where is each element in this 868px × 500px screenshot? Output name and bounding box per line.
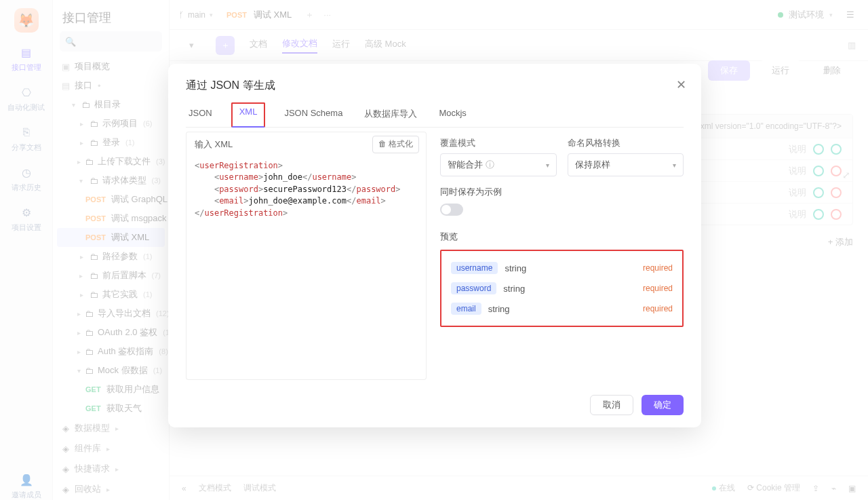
preview-row: usernamestringrequired xyxy=(451,258,673,278)
field-type: string xyxy=(488,304,510,314)
modal-tab-json-schema[interactable]: JSON Schema xyxy=(281,102,345,127)
info-icon: ⓘ xyxy=(486,159,494,171)
modal-tab-从数据库导入[interactable]: 从数据库导入 xyxy=(361,102,420,127)
naming-select[interactable]: 保持原样▾ xyxy=(568,153,684,176)
cancel-button[interactable]: 取消 xyxy=(590,395,633,415)
field-type: string xyxy=(503,284,525,294)
modal-tab-mockjs[interactable]: Mockjs xyxy=(436,102,469,127)
format-icon: 🗑 xyxy=(378,139,387,149)
preview-row: passwordstringrequired xyxy=(451,278,673,299)
modal-title: 通过 JSON 等生成 xyxy=(186,79,684,93)
field-chip: username xyxy=(451,262,498,274)
close-icon[interactable]: ✕ xyxy=(676,77,686,92)
required-badge: required xyxy=(643,263,673,273)
cover-mode-select[interactable]: 智能合并ⓘ▾ xyxy=(440,153,557,176)
modal-tab-xml[interactable]: XML xyxy=(231,102,266,128)
cover-mode-label: 覆盖模式 xyxy=(440,137,557,149)
required-badge: required xyxy=(643,304,673,313)
field-type: string xyxy=(505,263,526,273)
ok-button[interactable]: 确定 xyxy=(642,395,684,415)
naming-label: 命名风格转换 xyxy=(568,137,684,149)
xml-input[interactable]: <userRegistration> <username>john_doe</u… xyxy=(186,156,427,380)
preview-label: 预览 xyxy=(440,231,684,243)
save-example-toggle[interactable] xyxy=(440,204,463,216)
field-chip: password xyxy=(451,282,496,294)
modal-tab-json[interactable]: JSON xyxy=(186,102,215,127)
required-badge: required xyxy=(643,284,673,293)
save-example-label: 同时保存为示例 xyxy=(440,186,684,198)
format-button[interactable]: 🗑 格式化 xyxy=(372,136,419,153)
field-chip: email xyxy=(451,303,481,315)
preview-row: emailstringrequired xyxy=(451,299,673,319)
xml-input-label: 输入 XML xyxy=(195,138,233,151)
import-modal: ✕ 通过 JSON 等生成 JSONXMLJSON Schema从数据库导入Mo… xyxy=(168,64,701,427)
preview-box: usernamestringrequiredpasswordstringrequ… xyxy=(440,250,684,327)
